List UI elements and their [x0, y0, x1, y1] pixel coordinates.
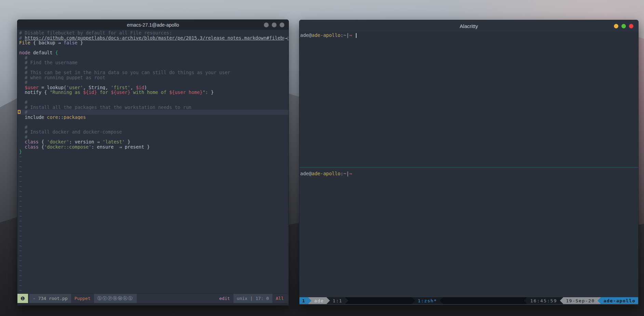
code-token: with home of: [130, 90, 169, 95]
code-token: 'user': [66, 85, 83, 90]
alacritty-window-title: Alacritty: [460, 23, 478, 29]
tmux-left-segment: 1: [299, 297, 308, 304]
code-token: = lookup(: [39, 85, 66, 90]
empty-line-tilde: ~: [17, 258, 289, 263]
code-line[interactable]: notify { "Running as ${id} for ${user} w…: [17, 90, 289, 95]
code-token: backup: [39, 40, 55, 45]
prompt-token: ade-apollo: [312, 171, 340, 176]
window-button-2-icon[interactable]: [272, 23, 277, 27]
empty-line-tilde: ~: [17, 174, 289, 179]
prompt-token: ⇒: [349, 32, 352, 38]
tmux-right-segment: 19-Sep-20: [563, 297, 598, 304]
empty-line-tilde: ~: [17, 169, 289, 174]
code-token: {: [39, 145, 44, 150]
code-line[interactable]: [17, 120, 289, 125]
code-token: }: [78, 40, 83, 45]
code-token: # Disable filebucket by default for all …: [19, 30, 172, 36]
code-token: for: [97, 90, 111, 95]
code-line[interactable]: # when running puppet as root: [17, 75, 289, 80]
empty-line-tilde: ~: [17, 234, 289, 239]
empty-line-tilde: ~: [17, 268, 289, 273]
prompt-token: ⇒: [349, 171, 352, 176]
code-token: # Install all the packages that the work…: [19, 105, 191, 110]
code-token: #: [19, 100, 27, 105]
code-line[interactable]: #: [17, 135, 289, 140]
emacs-window-title: emacs-27.1@ade-apollo: [127, 22, 179, 28]
code-token: ":: [202, 90, 208, 95]
alacritty-titlebar[interactable]: Alacritty: [299, 20, 638, 32]
empty-line-tilde: ~: [17, 224, 289, 229]
code-line[interactable]: $user = lookup('user', String, 'first', …: [17, 85, 289, 90]
code-token: # Find the username: [19, 60, 78, 65]
prompt-token: ade@: [300, 32, 312, 38]
code-line[interactable]: [17, 95, 289, 100]
emacs-minibuffer[interactable]: [17, 303, 289, 305]
code-token: ,: [130, 85, 136, 90]
empty-line-tilde: ~: [17, 229, 289, 234]
code-token: ${user_home}: [169, 90, 203, 95]
code-token: ${user}: [111, 90, 130, 95]
code-line[interactable]: #: [17, 110, 289, 115]
code-token: # when running puppet as root: [19, 75, 105, 80]
close-button-icon[interactable]: [629, 24, 633, 28]
code-line[interactable]: # https://github.com/puppetlabs/docs-arc…: [17, 36, 289, 41]
code-line[interactable]: # Install docker and docker-compose: [17, 129, 289, 135]
empty-line-tilde: ~: [17, 199, 289, 204]
code-line[interactable]: # This can be set in the hira data so yo…: [17, 70, 289, 75]
empty-line-tilde: ~: [17, 159, 289, 164]
emacs-cursor: [18, 110, 21, 114]
modeline-file-info: - 734 root.pp: [29, 294, 71, 303]
shell-prompt: ade@ade-apollo:~|⇒: [300, 33, 638, 38]
modeline-encoding-position: unix | 17: 0: [233, 294, 272, 303]
code-token: 'docker': [47, 139, 69, 145]
window-button-1-icon[interactable]: [264, 23, 269, 27]
code-line[interactable]: node default {: [17, 50, 289, 55]
code-line[interactable]: class { 'docker': version ⇒ 'latest' }: [17, 139, 289, 145]
empty-line-tilde: ~: [17, 263, 289, 269]
powerline-arrow-left-icon: [598, 297, 601, 304]
code-line[interactable]: [17, 45, 289, 51]
code-line[interactable]: #: [17, 55, 289, 60]
tmux-pane-top[interactable]: ade@ade-apollo:~|⇒: [299, 32, 638, 167]
empty-line-tilde: ~: [17, 194, 289, 199]
code-token: 'docker::compose': [44, 145, 91, 150]
modeline-scroll-position: All: [272, 294, 289, 303]
empty-line-tilde: ~: [17, 253, 289, 259]
code-line[interactable]: #: [17, 125, 289, 130]
code-token: {: [39, 139, 47, 145]
code-line[interactable]: # Find the username: [17, 60, 289, 65]
powerline-arrow-right-icon: [345, 297, 348, 304]
code-line[interactable]: #: [17, 100, 289, 105]
code-line[interactable]: # Install all the packages that the work…: [17, 105, 289, 110]
code-token: node: [19, 50, 30, 55]
code-line[interactable]: #: [17, 80, 289, 85]
prompt-token: ~: [343, 171, 346, 176]
shell-prompt: ade@ade-apollo:~|⇒: [300, 171, 638, 176]
terminal-area: ade@ade-apollo:~|⇒ ade@ade-apollo:~|⇒ 1a…: [299, 32, 638, 305]
code-token: $id: [136, 85, 144, 90]
code-line[interactable]: }: [17, 149, 289, 154]
empty-line-tilde: ~: [17, 154, 289, 160]
empty-line-tilde: ~: [17, 288, 289, 293]
code-line[interactable]: #: [17, 65, 289, 70]
maximize-button-icon[interactable]: [621, 24, 626, 28]
modeline-major-mode[interactable]: Puppet: [71, 294, 94, 303]
empty-line-tilde: ~: [17, 209, 289, 214]
tmux-window-indicator[interactable]: 1:zsh*: [415, 297, 440, 304]
emacs-buffer[interactable]: # Disable filebucket by default for all …: [17, 30, 289, 293]
window-button-3-icon[interactable]: [280, 23, 284, 27]
code-line[interactable]: File { backup ⇒ false }: [17, 40, 289, 45]
prompt-token: ade-apollo: [312, 32, 340, 38]
emacs-titlebar[interactable]: emacs-27.1@ade-apollo: [17, 20, 289, 30]
code-line[interactable]: class {'docker::compose': ensure ⇒ prese…: [17, 145, 289, 150]
code-token: notify {: [19, 90, 50, 95]
tmux-pane-bottom[interactable]: ade@ade-apollo:~|⇒: [299, 168, 638, 297]
code-line[interactable]: include core::packages: [17, 115, 289, 120]
minimize-button-icon[interactable]: [614, 24, 618, 28]
code-token: 'first': [111, 85, 130, 90]
empty-line-tilde: ~: [17, 244, 289, 249]
empty-line-tilde: ~: [17, 164, 289, 169]
code-line[interactable]: # Disable filebucket by default for all …: [17, 30, 289, 36]
code-token: }: [125, 139, 130, 145]
workspace-badge: ❶: [17, 294, 28, 303]
